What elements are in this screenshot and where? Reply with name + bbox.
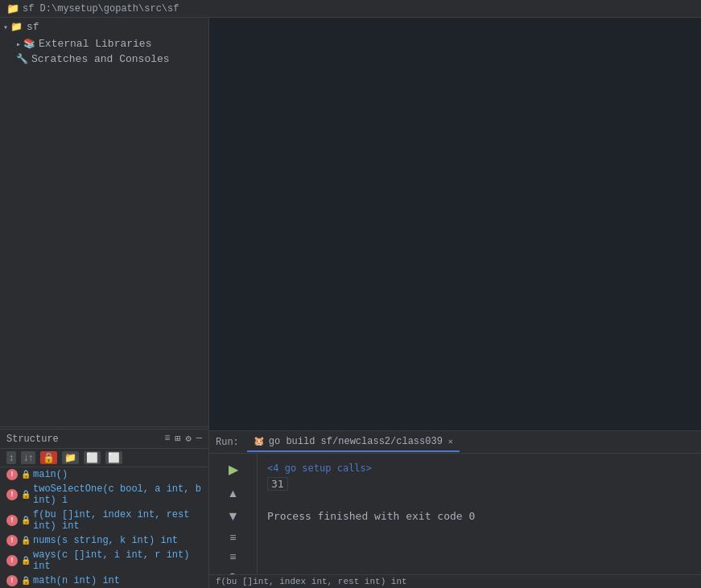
run-num-value: 31 <box>267 477 288 491</box>
sidebar-item-external-libs[interactable]: ▸ 📚 External Libraries <box>0 36 208 51</box>
lock-icon: 🔒 <box>21 556 31 565</box>
error-icon: ! <box>6 555 18 566</box>
structure-icon-list[interactable]: ≡ <box>164 433 170 445</box>
run-output-exit: Process finished with exit code 0 <box>267 508 691 524</box>
run-tab-active[interactable]: 🐹 go build sf/newclass2/class039 ✕ <box>247 433 460 452</box>
folder-icon: 📁 <box>6 2 19 15</box>
filter-folder-button[interactable]: 📁 <box>62 451 79 464</box>
run-output-num: 31 <box>267 476 691 492</box>
arrow-icon: ▾ <box>3 23 8 32</box>
struct-item-name: twoSelectOne(c bool, a int, b int) i <box>33 483 202 506</box>
run-icon-list[interactable]: ≡ <box>229 551 236 564</box>
structure-list-item[interactable]: ! 🔒 f(bu []int, index int, rest int) int <box>0 508 208 533</box>
sidebar-item-scratches-label: Scratches and Consoles <box>31 53 170 65</box>
lock-icon: 🔒 <box>21 576 31 586</box>
struct-item-name: nums(s string, k int) int <box>33 535 178 546</box>
sidebar-item-external-libs-label: External Libraries <box>39 38 151 50</box>
structure-list-item[interactable]: ! 🔒 twoSelectOne(c bool, a int, b int) i <box>0 482 208 508</box>
structure-title: Structure <box>6 434 164 445</box>
sidebar: ▾ 📁 sf ▸ 📚 External Libraries 🔧 Scratche… <box>0 18 209 588</box>
code-content[interactable] <box>248 18 701 430</box>
sort-za-button[interactable]: ↓↑ <box>21 451 35 464</box>
code-view <box>209 18 701 430</box>
run-output-blank <box>267 492 691 508</box>
error-icon: ! <box>6 515 18 526</box>
structure-list-item[interactable]: ! 🔒 main() <box>0 467 208 482</box>
struct-item-name: main() <box>33 469 68 480</box>
struct-item-name: math(n int) int <box>33 575 120 586</box>
run-icon-menu[interactable]: ≡ <box>229 532 236 545</box>
library-icon: 📚 <box>23 38 35 50</box>
tab-icon: 🐹 <box>254 436 265 446</box>
run-label: Run: <box>216 437 239 448</box>
error-icon: ! <box>6 469 18 480</box>
filter-error-button[interactable]: 🔒 <box>40 451 57 464</box>
sidebar-item-sf[interactable]: ▾ 📁 sf <box>0 18 208 36</box>
struct-item-name: ways(c []int, i int, r int) int <box>33 549 202 572</box>
structure-toolbar: ↕ ↓↑ 🔒 📁 ⬜ ⬜ <box>0 449 208 467</box>
structure-list-item[interactable]: ! 🔒 ways(c []int, i int, r int) int <box>0 548 208 574</box>
divider <box>0 426 208 427</box>
structure-list: ! 🔒 main() ! 🔒 twoSelectOne(c bool, a in… <box>0 467 208 588</box>
run-setup-text: <4 go setup calls> <box>267 463 372 474</box>
tooltip-text: f(bu []int, index int, rest int) int <box>216 577 407 586</box>
error-icon: ! <box>6 489 18 500</box>
sidebar-item-sf-label: sf <box>27 21 39 33</box>
run-tabs: Run: 🐹 go build sf/newclass2/class039 ✕ <box>209 431 701 454</box>
run-content: ▶ ▲ ▼ ≡ ≡ ⟳ ↕ 🖨 🗑 <4 go setup calls> <box>209 454 701 574</box>
tooltip-bar: f(bu []int, index int, rest int) int <box>209 574 701 588</box>
lock-icon: 🔒 <box>21 516 31 525</box>
structure-list-item[interactable]: ! 🔒 math(n int) int <box>0 574 208 588</box>
run-exit-text: Process finished with exit code 0 <box>267 510 475 522</box>
error-icon: ! <box>6 575 18 586</box>
run-panel: Run: 🐹 go build sf/newclass2/class039 ✕ … <box>209 430 701 574</box>
lock-icon: 🔒 <box>21 470 31 479</box>
run-tab-label: go build sf/newclass2/class039 <box>269 436 443 447</box>
scratches-icon: 🔧 <box>16 53 28 65</box>
structure-header-icons: ≡ ⊞ ⚙ — <box>164 433 202 445</box>
structure-icon-settings[interactable]: ⚙ <box>186 433 192 445</box>
main-container: ▾ 📁 sf ▸ 📚 External Libraries 🔧 Scratche… <box>0 18 701 588</box>
structure-icon-minimize[interactable]: — <box>196 433 202 445</box>
folder-icon: 📁 <box>10 21 23 33</box>
sort-az-button[interactable]: ↕ <box>6 451 16 464</box>
lock-icon: 🔒 <box>21 490 31 500</box>
path-label: sf D:\mysetup\gopath\src\sf <box>23 3 179 14</box>
collapse-button[interactable]: ⬜ <box>105 451 122 464</box>
run-up-button[interactable]: ▲ <box>226 485 241 501</box>
run-down-button[interactable]: ▼ <box>225 508 241 525</box>
top-bar: 📁 sf D:\mysetup\gopath\src\sf <box>0 0 701 18</box>
structure-panel: Structure ≡ ⊞ ⚙ — ↕ ↓↑ 🔒 📁 ⬜ ⬜ ! 🔒 main(… <box>0 429 208 588</box>
arrow-icon: ▸ <box>16 39 21 49</box>
run-output: <4 go setup calls> 31 Process finished w… <box>258 454 701 574</box>
sidebar-tree: ▾ 📁 sf ▸ 📚 External Libraries 🔧 Scratche… <box>0 18 208 425</box>
line-numbers <box>209 18 248 430</box>
struct-item-name: f(bu []int, index int, rest int) int <box>33 509 202 532</box>
structure-header: Structure ≡ ⊞ ⚙ — <box>0 430 208 449</box>
structure-list-item[interactable]: ! 🔒 nums(s string, k int) int <box>0 533 208 548</box>
expand-button[interactable]: ⬜ <box>84 451 101 464</box>
close-tab-button[interactable]: ✕ <box>448 437 453 446</box>
run-output-setup: <4 go setup calls> <box>267 460 691 476</box>
run-sidebar: ▶ ▲ ▼ ≡ ≡ ⟳ ↕ 🖨 🗑 <box>209 454 258 574</box>
structure-icon-grid[interactable]: ⊞ <box>175 433 180 445</box>
sidebar-item-scratches[interactable]: 🔧 Scratches and Consoles <box>0 51 208 67</box>
editor-area: Run: 🐹 go build sf/newclass2/class039 ✕ … <box>209 18 701 588</box>
run-play-button[interactable]: ▶ <box>227 460 240 479</box>
lock-icon: 🔒 <box>21 536 31 545</box>
error-icon: ! <box>6 535 18 546</box>
